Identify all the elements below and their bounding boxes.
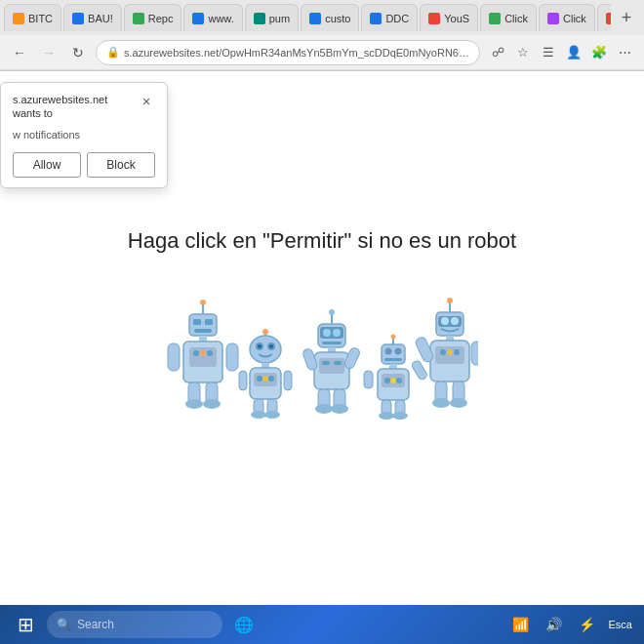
tab-tab-bau[interactable]: BAU! bbox=[63, 4, 122, 31]
back-button[interactable]: ← bbox=[8, 41, 31, 64]
tab-tab-click2[interactable]: Click bbox=[539, 4, 595, 31]
svg-point-65 bbox=[390, 378, 396, 383]
svg-rect-6 bbox=[199, 336, 207, 342]
svg-point-29 bbox=[262, 376, 268, 382]
tab-favicon bbox=[606, 13, 611, 24]
address-text: s.azurewebsites.net/OpwHmR34anMsYn5BmYm_… bbox=[124, 47, 469, 59]
lock-icon: 🔒 bbox=[106, 46, 120, 59]
tab-tab-click1[interactable]: Click bbox=[480, 4, 537, 31]
read-aloud-button[interactable]: ☍ bbox=[486, 41, 509, 64]
tab-favicon bbox=[13, 13, 24, 24]
refresh-button[interactable]: ↻ bbox=[66, 41, 90, 64]
tab-tab-you[interactable]: YouS bbox=[420, 4, 478, 31]
tab-label: pum bbox=[269, 13, 290, 24]
svg-point-20 bbox=[250, 336, 281, 363]
svg-rect-71 bbox=[411, 360, 428, 382]
taskbar-search[interactable]: 🔍 Search bbox=[47, 611, 222, 638]
tab-tab-btc[interactable]: BITC bbox=[4, 4, 61, 31]
svg-point-83 bbox=[447, 349, 453, 355]
clock-time: Esca bbox=[609, 618, 632, 631]
taskbar-clock[interactable]: Esca bbox=[605, 618, 636, 631]
tab-favicon bbox=[489, 13, 501, 24]
svg-rect-35 bbox=[239, 371, 247, 390]
svg-point-41 bbox=[323, 329, 331, 337]
tab-favicon bbox=[428, 13, 440, 24]
tab-label: BAU! bbox=[88, 13, 113, 24]
extensions-button[interactable]: 🧩 bbox=[587, 41, 611, 64]
tab-tab-ddc[interactable]: DDC bbox=[361, 4, 418, 31]
tab-label: www. bbox=[208, 13, 233, 24]
start-button[interactable]: ⊞ bbox=[8, 607, 43, 642]
taskbar-search-text: Search bbox=[77, 618, 114, 631]
svg-rect-5 bbox=[194, 329, 212, 333]
main-heading: Haga click en "Permitir" si no es un rob… bbox=[128, 228, 516, 254]
collections-button[interactable]: ☰ bbox=[537, 41, 560, 64]
svg-point-30 bbox=[268, 376, 274, 382]
tab-favicon bbox=[309, 13, 321, 24]
tab-tab-rep[interactable]: Repc bbox=[124, 4, 182, 31]
notification-popup: s.azurewebsites.net wants to × w notific… bbox=[0, 82, 168, 188]
tab-label: BITC bbox=[28, 13, 53, 24]
tab-favicon bbox=[254, 13, 265, 24]
svg-point-77 bbox=[441, 317, 449, 325]
svg-point-1 bbox=[200, 300, 206, 305]
svg-rect-17 bbox=[226, 343, 238, 371]
volume-icon[interactable]: 🔊 bbox=[539, 609, 570, 640]
svg-point-19 bbox=[262, 329, 268, 335]
tab-tab-click3[interactable]: Click bbox=[597, 4, 611, 31]
tab-favicon bbox=[133, 13, 144, 24]
svg-point-66 bbox=[396, 378, 402, 383]
profile-button[interactable]: 👤 bbox=[562, 41, 585, 64]
block-button[interactable]: Block bbox=[87, 152, 155, 178]
svg-point-34 bbox=[264, 411, 280, 419]
svg-point-52 bbox=[331, 404, 348, 414]
svg-point-59 bbox=[395, 348, 402, 355]
tab-tab-www[interactable]: www. bbox=[183, 4, 242, 31]
forward-button[interactable]: → bbox=[37, 41, 60, 64]
tab-tab-pum[interactable]: pum bbox=[245, 4, 299, 31]
network-icon[interactable]: 📶 bbox=[505, 609, 537, 640]
allow-button[interactable]: Allow bbox=[13, 152, 81, 178]
svg-point-82 bbox=[440, 349, 446, 355]
svg-point-9 bbox=[193, 350, 199, 356]
taskbar-search-icon: 🔍 bbox=[57, 618, 71, 631]
robots-svg bbox=[166, 293, 478, 449]
taskbar-system-tray: 📶 🔊 ⚡ Esca bbox=[505, 609, 636, 640]
new-tab-button[interactable]: + bbox=[613, 4, 640, 31]
svg-point-58 bbox=[385, 348, 392, 355]
svg-point-23 bbox=[258, 344, 262, 348]
svg-rect-4 bbox=[205, 319, 213, 325]
popup-header: s.azurewebsites.net wants to × bbox=[13, 93, 155, 121]
tab-tab-cust[interactable]: custo bbox=[301, 4, 359, 31]
svg-point-64 bbox=[384, 378, 390, 383]
tab-label: YouS bbox=[444, 13, 469, 24]
tab-label: Click bbox=[504, 13, 528, 24]
svg-point-10 bbox=[200, 350, 206, 356]
menu-button[interactable]: ⋯ bbox=[613, 41, 636, 64]
svg-point-56 bbox=[391, 335, 396, 340]
svg-point-88 bbox=[450, 398, 467, 408]
taskbar: ⊞ 🔍 Search 🌐 📶 🔊 ⚡ Esca bbox=[0, 605, 644, 644]
windows-icon: ⊞ bbox=[18, 613, 34, 636]
svg-rect-48 bbox=[334, 361, 342, 365]
svg-point-87 bbox=[432, 398, 450, 408]
popup-message: w notifications bbox=[13, 129, 155, 141]
address-input[interactable]: 🔒 s.azurewebsites.net/OpwHmR34anMsYn5BmY… bbox=[96, 40, 480, 65]
tab-label: Click bbox=[563, 13, 586, 24]
star-button[interactable]: ☆ bbox=[511, 41, 535, 64]
svg-rect-36 bbox=[284, 371, 292, 390]
svg-point-84 bbox=[454, 349, 460, 355]
svg-point-24 bbox=[269, 344, 273, 348]
edge-icon: 🌐 bbox=[234, 616, 254, 634]
svg-point-11 bbox=[207, 350, 213, 356]
popup-close-button[interactable]: × bbox=[138, 93, 155, 110]
svg-rect-60 bbox=[384, 358, 402, 361]
svg-point-42 bbox=[333, 329, 341, 337]
popup-site-text: s.azurewebsites.net wants to bbox=[13, 93, 134, 121]
svg-point-70 bbox=[392, 412, 408, 420]
address-bar: ← → ↻ 🔒 s.azurewebsites.net/OpwHmR34anMs… bbox=[0, 35, 644, 70]
tab-favicon bbox=[192, 13, 204, 24]
battery-icon[interactable]: ⚡ bbox=[572, 609, 603, 640]
svg-point-69 bbox=[379, 412, 394, 420]
taskbar-edge-button[interactable]: 🌐 bbox=[226, 607, 262, 642]
